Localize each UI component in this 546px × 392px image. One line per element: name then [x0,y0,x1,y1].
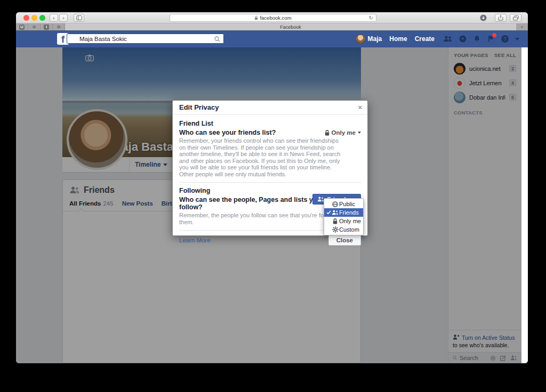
following-description: Remember, the people you follow can see … [179,212,343,225]
friend-list-privacy-value: Only me [332,129,356,136]
pages-feed-button[interactable] [487,35,494,43]
address-bar[interactable]: facebook.com ↻ [170,14,376,22]
pinned-tab-i-icon: I [44,24,49,30]
lock-icon [333,218,338,224]
friend-list-description: Remember, your friends control who can s… [179,137,343,177]
globe-icon [332,201,338,207]
lock-icon [325,130,330,136]
pinned-tab-g2-icon: G [57,24,60,29]
profile-link[interactable]: Maja [368,35,382,43]
zoom-window-button[interactable] [39,15,45,21]
menu-item-friends[interactable]: Friends [324,208,363,217]
share-button[interactable] [495,14,507,22]
forward-button[interactable]: › [59,14,68,22]
notification-badge [492,33,496,37]
learn-more-link[interactable]: Learn More [179,237,211,243]
friend-requests-button[interactable] [443,36,452,42]
create-link[interactable]: Create [415,35,435,43]
pinned-tab-i[interactable]: I [41,23,53,30]
share-icon [498,15,503,21]
account-menu-button[interactable] [515,38,519,40]
facebook-navbar: f Maja Home Create ? [16,30,528,47]
tab-title: Facebook [280,24,301,30]
notifications-button[interactable] [473,35,480,43]
friend-list-privacy-selector[interactable]: Only me [325,129,361,136]
privacy-dropdown-menu: Public Friends Only me Custom [324,198,364,235]
friend-requests-icon [443,36,452,42]
user-avatar[interactable] [356,34,365,44]
back-icon: ‹ [53,15,54,21]
facebook-page: Maja Basta Sokic Timeline Friends All Fr… [16,47,528,363]
following-heading: Following [179,187,361,194]
tab-overview-button[interactable] [510,14,521,22]
help-icon: ? [501,35,509,43]
pinned-tab-g2[interactable]: G [53,23,65,30]
menu-item-custom[interactable]: Custom [324,225,363,234]
chevron-down-icon [358,132,361,134]
download-icon [480,14,487,21]
pinned-tab-u-icon: U [19,24,25,30]
tab-bar: U G I G Facebook + [16,23,528,30]
chevron-down-icon [515,38,519,40]
close-icon[interactable]: × [358,101,362,115]
menu-item-label: Custom [339,226,359,233]
menu-item-label: Friends [339,209,359,216]
browser-window: ‹ › facebook.com ↻ U G I G Facebook + f [16,12,528,363]
tab-facebook[interactable]: Facebook [65,23,516,30]
url-text: facebook.com [260,15,291,21]
notifications-icon [473,35,480,43]
menu-item-label: Public [339,201,355,207]
close-button[interactable]: Close [328,235,361,246]
pinned-tab-u[interactable]: U [16,23,28,30]
help-button[interactable]: ? [501,35,509,43]
close-window-button[interactable] [23,15,29,21]
browser-titlebar: ‹ › facebook.com ↻ [16,12,528,23]
home-link[interactable]: Home [389,35,407,43]
dialog-title: Edit Privacy [179,103,219,111]
minimize-window-button[interactable] [31,15,37,21]
sidebar-toggle-button[interactable] [74,14,84,22]
new-tab-button[interactable]: + [516,23,528,30]
pinned-tab-g1-icon: G [33,24,36,29]
menu-item-label: Only me [339,218,361,224]
messenger-button[interactable] [459,35,467,43]
reload-icon[interactable]: ↻ [369,15,373,21]
sidebar-icon [76,15,82,20]
pinned-tab-g1[interactable]: G [28,23,41,30]
back-button[interactable]: ‹ [50,14,58,22]
friend-list-heading: Friend List [179,120,361,127]
search-icon[interactable] [214,36,220,42]
menu-item-public[interactable]: Public [324,200,363,208]
friends-icon [332,210,339,215]
lock-icon [254,15,258,20]
downloads-button[interactable] [476,14,491,22]
gear-icon [332,226,339,233]
friend-list-question: Who can see your friends list? [179,129,339,136]
divider [179,182,361,183]
tabs-icon [513,15,519,21]
scrollbar-track[interactable] [521,47,528,363]
check-icon [326,210,331,215]
messenger-icon [459,35,467,43]
menu-item-only-me[interactable]: Only me [324,217,363,225]
search-input[interactable] [67,34,224,44]
forward-icon: › [62,15,64,21]
